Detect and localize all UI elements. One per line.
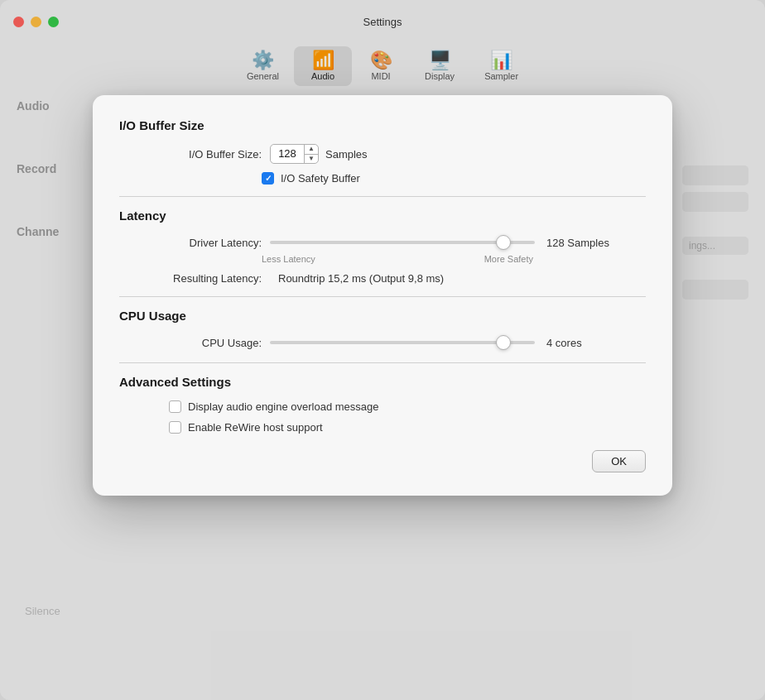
- cpu-usage-slider-wrapper[interactable]: [270, 334, 535, 351]
- io-safety-buffer-label: I/O Safety Buffer: [281, 172, 360, 185]
- adv-checkbox-2-label: Enable ReWire host support: [188, 421, 323, 434]
- resulting-latency-label: Resulting Latency:: [146, 272, 262, 285]
- io-safety-buffer-row: I/O Safety Buffer: [119, 172, 646, 185]
- io-buffer-row: I/O Buffer Size: 128 ▲ ▼ Samples: [119, 144, 646, 164]
- slider-hints: Less Latency More Safety: [119, 254, 533, 264]
- driver-latency-row: Driver Latency: 128 Samples: [119, 234, 646, 251]
- hint-more-safety: More Safety: [484, 254, 533, 264]
- io-safety-buffer-checkbox[interactable]: [262, 172, 274, 185]
- adv-checkbox-1-row: Display audio engine overload message: [119, 400, 646, 413]
- adv-checkbox-2[interactable]: [169, 421, 181, 434]
- io-buffer-arrows[interactable]: ▲ ▼: [304, 144, 318, 164]
- advanced-section-title: Advanced Settings: [119, 375, 646, 389]
- cpu-usage-label: CPU Usage:: [146, 337, 262, 349]
- io-buffer-down-arrow[interactable]: ▼: [305, 155, 318, 165]
- driver-latency-slider-wrapper[interactable]: [270, 234, 535, 251]
- settings-dialog: I/O Buffer Size I/O Buffer Size: 128 ▲ ▼…: [93, 95, 672, 496]
- dialog-footer: OK: [119, 450, 646, 472]
- cpu-section-title: CPU Usage: [119, 309, 646, 323]
- io-buffer-up-arrow[interactable]: ▲: [305, 144, 318, 155]
- io-buffer-label: I/O Buffer Size:: [146, 148, 262, 161]
- driver-latency-label: Driver Latency:: [146, 237, 262, 249]
- divider-1: [119, 196, 646, 197]
- adv-checkbox-2-row: Enable ReWire host support: [119, 421, 646, 434]
- cpu-usage-thumb[interactable]: [496, 335, 511, 350]
- driver-latency-value: 128 Samples: [546, 237, 621, 249]
- io-buffer-section-title: I/O Buffer Size: [119, 118, 646, 132]
- io-buffer-value: 128: [271, 144, 304, 164]
- latency-section-title: Latency: [119, 209, 646, 223]
- cpu-usage-row: CPU Usage: 4 cores: [119, 334, 646, 351]
- ok-button[interactable]: OK: [592, 450, 646, 472]
- cpu-usage-value: 4 cores: [546, 337, 621, 349]
- resulting-latency-row: Resulting Latency: Roundtrip 15,2 ms (Ou…: [119, 272, 646, 285]
- driver-latency-track: [270, 241, 535, 244]
- driver-latency-thumb[interactable]: [496, 235, 511, 250]
- cpu-usage-track: [270, 341, 535, 344]
- divider-3: [119, 362, 646, 363]
- adv-checkbox-1-label: Display audio engine overload message: [188, 400, 379, 413]
- resulting-latency-value: Roundtrip 15,2 ms (Output 9,8 ms): [278, 272, 444, 285]
- hint-less-latency: Less Latency: [262, 254, 315, 264]
- io-buffer-spinner[interactable]: 128 ▲ ▼: [270, 144, 319, 164]
- adv-checkbox-1[interactable]: [169, 400, 181, 413]
- divider-2: [119, 296, 646, 297]
- io-buffer-unit: Samples: [325, 148, 368, 161]
